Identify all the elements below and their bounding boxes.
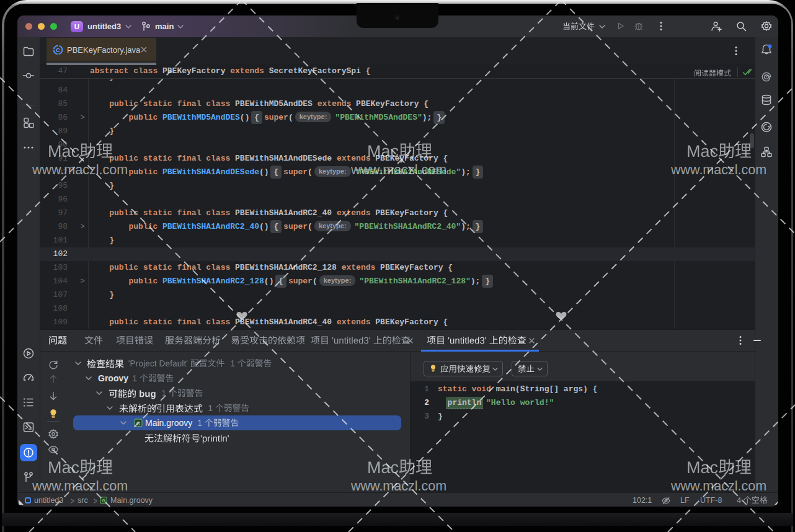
svg-text:G: G [102,498,105,503]
svg-text:C: C [56,47,60,53]
svg-text:G: G [136,420,141,427]
